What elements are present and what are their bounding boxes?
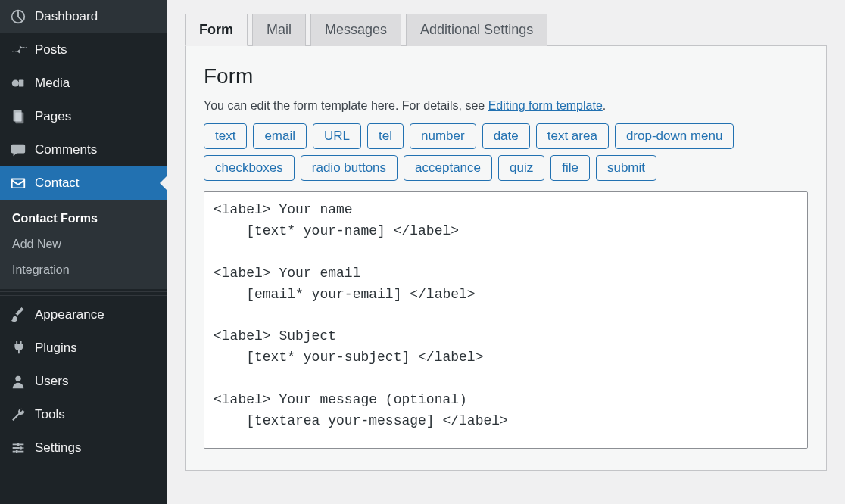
dashboard-icon xyxy=(9,8,27,26)
tag-btn-acceptance[interactable]: acceptance xyxy=(404,155,492,181)
tag-generator-buttons: text email URL tel number date text area… xyxy=(204,123,808,181)
svg-point-5 xyxy=(17,443,20,446)
sidebar-item-label: Settings xyxy=(35,440,81,456)
sidebar-item-tools[interactable]: Tools xyxy=(0,398,167,431)
tag-btn-text[interactable]: text xyxy=(204,123,247,149)
sidebar-item-label: Users xyxy=(35,374,68,389)
tag-btn-dropdown[interactable]: drop-down menu xyxy=(615,123,734,149)
submenu-item-integration[interactable]: Integration xyxy=(0,257,167,283)
svg-point-0 xyxy=(12,79,19,86)
panel-heading: Form xyxy=(204,64,808,89)
sidebar-item-label: Pages xyxy=(35,109,71,124)
tab-form[interactable]: Form xyxy=(185,14,248,46)
sidebar-separator xyxy=(0,291,167,296)
sidebar-item-label: Appearance xyxy=(35,307,104,322)
submenu-item-add-new[interactable]: Add New xyxy=(0,232,167,257)
sliders-icon xyxy=(9,439,27,457)
tag-btn-number[interactable]: number xyxy=(410,123,476,149)
tag-btn-url[interactable]: URL xyxy=(313,123,361,149)
sidebar-item-posts[interactable]: Posts xyxy=(0,33,167,67)
editing-template-link[interactable]: Editing form template xyxy=(488,99,603,112)
panel-description-text: You can edit the form template here. For… xyxy=(204,99,488,112)
form-panel: Form You can edit the form template here… xyxy=(185,46,827,471)
submenu-item-contact-forms[interactable]: Contact Forms xyxy=(0,206,167,232)
svg-rect-1 xyxy=(19,79,23,86)
tag-btn-email[interactable]: email xyxy=(253,123,307,149)
user-icon xyxy=(9,372,27,390)
sidebar-item-label: Plugins xyxy=(35,341,77,356)
sidebar-item-users[interactable]: Users xyxy=(0,365,167,398)
svg-rect-3 xyxy=(15,113,23,124)
panel-description: You can edit the form template here. For… xyxy=(204,99,808,113)
sidebar-item-label: Dashboard xyxy=(35,9,98,24)
tab-additional-settings[interactable]: Additional Settings xyxy=(406,14,547,46)
sidebar-item-appearance[interactable]: Appearance xyxy=(0,298,167,331)
sidebar-item-label: Tools xyxy=(35,407,65,422)
sidebar-item-plugins[interactable]: Plugins xyxy=(0,331,167,365)
svg-point-7 xyxy=(15,450,18,453)
tag-btn-date[interactable]: date xyxy=(482,123,530,149)
panel-description-suffix: . xyxy=(603,99,606,112)
sidebar-item-comments[interactable]: Comments xyxy=(0,133,167,166)
tag-btn-radio[interactable]: radio buttons xyxy=(301,155,398,181)
svg-point-6 xyxy=(20,446,23,450)
wrench-icon xyxy=(9,406,27,424)
form-template-editor[interactable] xyxy=(204,191,808,449)
tab-messages[interactable]: Messages xyxy=(310,14,401,46)
sidebar-item-label: Media xyxy=(35,76,70,91)
pin-icon xyxy=(9,41,27,59)
brush-icon xyxy=(9,306,27,324)
pages-icon xyxy=(9,107,27,126)
sidebar-item-settings[interactable]: Settings xyxy=(0,431,167,465)
tab-bar: Form Mail Messages Additional Settings xyxy=(185,14,827,46)
tab-mail[interactable]: Mail xyxy=(252,14,306,46)
sidebar-item-contact[interactable]: Contact xyxy=(0,166,167,200)
sidebar-item-label: Comments xyxy=(35,142,97,157)
sidebar-submenu: Contact Forms Add New Integration xyxy=(0,200,167,289)
sidebar-item-pages[interactable]: Pages xyxy=(0,100,167,133)
sidebar-item-media[interactable]: Media xyxy=(0,67,167,100)
comment-icon xyxy=(9,141,27,159)
sidebar-item-dashboard[interactable]: Dashboard xyxy=(0,0,167,33)
admin-sidebar: Dashboard Posts Media Pages Comments Con… xyxy=(0,0,167,504)
svg-point-4 xyxy=(15,376,20,381)
sidebar-item-label: Posts xyxy=(35,42,67,58)
sidebar-item-label: Contact xyxy=(35,176,80,191)
tag-btn-submit[interactable]: submit xyxy=(596,155,656,181)
media-icon xyxy=(9,74,27,92)
mail-icon xyxy=(9,174,27,192)
main-content: Form Mail Messages Additional Settings F… xyxy=(167,0,845,504)
tag-btn-quiz[interactable]: quiz xyxy=(498,155,544,181)
tag-btn-textarea[interactable]: text area xyxy=(536,123,609,149)
plug-icon xyxy=(9,339,27,357)
tag-btn-file[interactable]: file xyxy=(550,155,590,181)
tag-btn-tel[interactable]: tel xyxy=(367,123,404,149)
tag-btn-checkboxes[interactable]: checkboxes xyxy=(204,155,295,181)
